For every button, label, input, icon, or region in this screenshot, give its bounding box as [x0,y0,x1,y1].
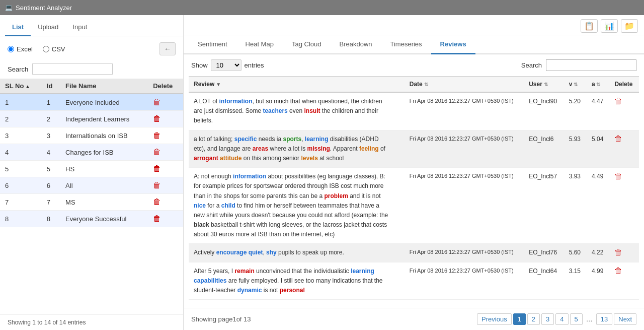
review-delete-btn[interactable]: 🗑 [614,135,622,144]
cell-delete-action: 🗑 [609,168,639,244]
cell-filename: Internaltionals on ISB [60,127,148,144]
cell-date: Fri Apr 08 2016 12:23:27 GMT+0530 (IST) [405,262,524,300]
cell-id: 8 [42,211,60,227]
entries-select[interactable]: 5 10 25 50 [211,59,242,71]
review-delete-btn[interactable]: 🗑 [614,248,622,257]
page-btn-4[interactable]: 4 [555,313,568,325]
export-btn-table[interactable]: 📊 [601,19,618,33]
cell-date: Fri Apr 08 2016 12:23:27 GMT+0530 (IST) [405,168,524,244]
col-a[interactable]: a [587,77,609,93]
sidebar: List Upload Input Excel CSV ← Search [0,15,184,330]
page-btn-2[interactable]: 2 [527,313,540,325]
tab-reviews[interactable]: Reviews [431,35,475,54]
cell-date: Fri Apr 08 2016 12:23:27 GMT+0530 (IST) [405,244,524,262]
cell-a: 4.47 [587,92,609,130]
cell-delete: 🗑 [148,161,183,177]
sidebar-search-label: Search [8,65,28,73]
sidebar-row[interactable]: 8 8 Everyone Successful 🗑 [0,211,183,227]
cell-a: 4.49 [587,168,609,244]
cell-user: EO_Incl6 [524,130,564,168]
export-btn-clipboard[interactable]: 📋 [581,19,598,33]
delete-btn[interactable]: 🗑 [153,148,161,157]
cell-id: 6 [42,177,60,194]
page-btn-1[interactable]: 1 [513,313,526,325]
delete-btn[interactable]: 🗑 [153,164,161,173]
review-delete-btn[interactable]: 🗑 [614,267,622,276]
cell-review-text: A LOT of information, but so much that w… [189,92,405,130]
content-header: 📋 📊 📁 [184,15,644,35]
cell-delete: 🗑 [148,111,183,127]
csv-radio-label[interactable]: CSV [43,45,65,53]
csv-radio[interactable] [43,46,49,52]
sidebar-table: SL No Id File Name Delete 1 1 Everyone I… [0,79,183,314]
col-sl[interactable]: SL No [0,79,42,94]
col-user[interactable]: User [524,77,564,93]
review-delete-btn[interactable]: 🗑 [614,172,622,181]
cell-review-text: a lot of talking; specific needs ia spor… [189,130,405,168]
sidebar-row[interactable]: 4 4 Changes for ISB 🗑 [0,144,183,161]
tab-sentiment[interactable]: Sentiment [189,35,236,54]
sidebar-row[interactable]: 2 2 Independent Learners 🗑 [0,111,183,127]
cell-filename: MS [60,194,148,211]
pagination: Showing page1of 13 Previous 1 2 3 4 5 … … [184,308,644,330]
col-review[interactable]: Review [189,77,405,93]
delete-btn[interactable]: 🗑 [153,214,161,223]
sidebar-tabs: List Upload Input [0,15,183,36]
content-search-input[interactable] [546,59,636,71]
delete-btn[interactable]: 🗑 [153,131,161,140]
sidebar-row[interactable]: 5 5 HS 🗑 [0,161,183,177]
cell-v: 3.93 [564,168,587,244]
cell-a: 5.04 [587,130,609,168]
col-v[interactable]: v [564,77,587,93]
reviews-table: Review Date User v a Delete A LOT of inf… [184,76,644,308]
sidebar-row[interactable]: 3 3 Internaltionals on ISB 🗑 [0,127,183,144]
delete-btn[interactable]: 🗑 [153,98,161,107]
cell-review-text: A: not enough information about possibil… [189,168,405,244]
sidebar-tab-input[interactable]: Input [65,19,94,36]
review-delete-btn[interactable]: 🗑 [614,97,622,106]
cell-review-text: Actively encourage quiet, shy pupils to … [189,244,405,262]
col-delete: Delete [148,79,183,94]
cell-date: Fri Apr 08 2016 12:23:27 GMT+0530 (IST) [405,130,524,168]
export-btn-file[interactable]: 📁 [621,19,638,33]
cell-date: Fri Apr 08 2016 12:23:27 GMT+0530 (IST) [405,92,524,130]
delete-btn[interactable]: 🗑 [153,197,161,207]
cell-sl: 5 [0,161,42,177]
back-button[interactable]: ← [159,42,176,55]
cell-delete-action: 🗑 [609,92,639,130]
sidebar-footer: Showing 1 to 14 of 14 entries [0,314,183,330]
excel-radio-label[interactable]: Excel [8,45,33,53]
delete-btn[interactable]: 🗑 [153,114,161,123]
tab-tagcloud[interactable]: Tag Cloud [283,35,331,54]
tab-timeseries[interactable]: Timeseries [381,35,431,54]
cell-id: 5 [42,161,60,177]
col-filename[interactable]: File Name [60,79,148,94]
page-btn-13[interactable]: 13 [596,313,612,325]
csv-label: CSV [52,45,65,53]
sidebar-tab-upload[interactable]: Upload [31,19,65,36]
col-id[interactable]: Id [42,79,60,94]
prev-button[interactable]: Previous [477,313,512,325]
sidebar-row[interactable]: 6 6 All 🗑 [0,177,183,194]
delete-btn[interactable]: 🗑 [153,181,161,190]
sidebar-search-input[interactable] [32,63,113,75]
cell-user: EO_Incl76 [524,244,564,262]
content-area: 📋 📊 📁 Sentiment Heat Map Tag Cloud Break… [184,15,644,330]
page-btn-5[interactable]: 5 [570,313,583,325]
sidebar-row[interactable]: 7 7 MS 🗑 [0,194,183,211]
tab-heatmap[interactable]: Heat Map [236,35,283,54]
next-button[interactable]: Next [614,313,636,325]
excel-radio[interactable] [8,46,14,52]
sidebar-row[interactable]: 1 1 Everyone Included 🗑 [0,94,183,111]
page-btn-3[interactable]: 3 [541,313,554,325]
cell-id: 2 [42,111,60,127]
sidebar-tab-list[interactable]: List [5,19,31,36]
tab-breakdown[interactable]: Breakdown [330,35,381,54]
cell-sl: 3 [0,127,42,144]
page-dots: … [584,314,595,324]
cell-id: 7 [42,194,60,211]
sidebar-footer-text: Showing 1 to 14 of 14 entries [8,319,86,326]
entries-label: entries [245,61,264,69]
cell-v: 5.20 [564,92,587,130]
col-date[interactable]: Date [405,77,524,93]
